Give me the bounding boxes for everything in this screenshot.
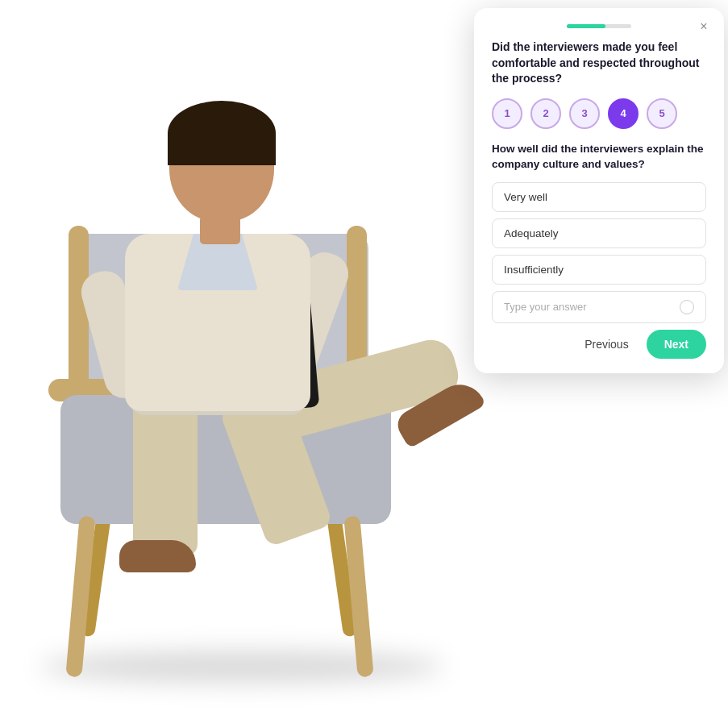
type-answer-placeholder: Type your answer bbox=[504, 301, 587, 313]
progress-bar-fill bbox=[567, 24, 605, 28]
next-button[interactable]: Next bbox=[647, 330, 706, 359]
rating-circle-4[interactable]: 4 bbox=[608, 98, 639, 129]
person-hair bbox=[168, 101, 276, 165]
close-button[interactable]: × bbox=[695, 18, 713, 35]
progress-bar-container bbox=[567, 24, 631, 28]
answer-option-2[interactable]: Adequately bbox=[492, 218, 706, 248]
rating-circle-5[interactable]: 5 bbox=[647, 98, 677, 129]
previous-button[interactable]: Previous bbox=[575, 331, 638, 357]
answer-option-3[interactable]: Insufficiently bbox=[492, 255, 706, 285]
person-leg-left bbox=[133, 395, 198, 556]
rating-circle-2[interactable]: 2 bbox=[530, 98, 561, 129]
rating-circle-3[interactable]: 3 bbox=[569, 98, 600, 129]
background-illustration bbox=[0, 0, 500, 707]
rating-circle-1[interactable]: 1 bbox=[492, 98, 522, 129]
question2-text: How well did the interviewers explain th… bbox=[492, 142, 706, 173]
type-answer-container[interactable]: Type your answer bbox=[492, 291, 706, 323]
radio-circle bbox=[680, 300, 694, 314]
person-shoe-left bbox=[119, 540, 196, 572]
rating-circles: 1 2 3 4 5 bbox=[492, 98, 706, 129]
answer-option-1[interactable]: Very well bbox=[492, 182, 706, 212]
shadow bbox=[40, 651, 443, 683]
survey-modal: × Did the interviewers made you feel com… bbox=[474, 8, 724, 373]
modal-footer: Previous Next bbox=[492, 330, 706, 359]
question1-text: Did the interviewers made you feel comfo… bbox=[492, 40, 706, 87]
